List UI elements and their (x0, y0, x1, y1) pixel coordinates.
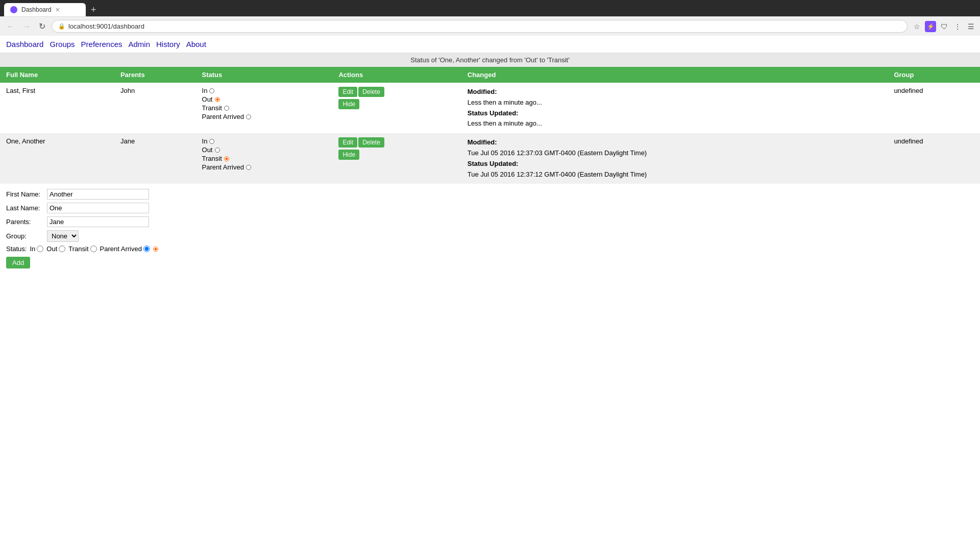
new-tab-button[interactable]: + (88, 5, 100, 15)
shield-icon[interactable]: 🛡 (939, 21, 949, 32)
hide-button-1[interactable]: Hide (338, 99, 359, 109)
status-in-label-2: In (202, 137, 208, 145)
status-out-2: Out (202, 146, 327, 154)
nav-groups[interactable]: Groups (50, 40, 75, 48)
browser-chrome: Dashboard × + (0, 0, 980, 16)
edit-button-2[interactable]: Edit (338, 137, 357, 148)
selected-status-indicator (153, 247, 158, 252)
cell-parents-1: John (114, 83, 196, 133)
last-name-input[interactable] (47, 203, 149, 213)
status-transit-option[interactable]: Transit (68, 245, 96, 253)
radio-parentarrived-1[interactable] (246, 114, 251, 119)
cell-status-1: In Out Transit Parent Arrived (196, 83, 333, 133)
status-in-option[interactable]: In (30, 245, 43, 253)
radio-in-form[interactable] (37, 246, 43, 252)
status-in-label-1: In (202, 87, 208, 94)
modified-time-2: Tue Jul 05 2016 12:37:03 GMT-0400 (Easte… (468, 149, 647, 157)
nav-dashboard[interactable]: Dashboard (6, 40, 43, 48)
status-in-form-label: In (30, 245, 35, 253)
radio-out-1[interactable] (215, 97, 220, 102)
radio-transit-form[interactable] (90, 246, 97, 252)
status-in-1: In (202, 87, 327, 94)
status-updated-label-1: Status Updated: (468, 109, 519, 117)
status-parentarrived-form-label: Parent Arrived (100, 245, 142, 253)
first-name-input[interactable] (47, 189, 149, 200)
nav-history[interactable]: History (156, 40, 180, 48)
parents-label: Parents: (6, 218, 47, 226)
modified-time-1: Less then a minute ago... (468, 99, 542, 106)
cell-changed-2: Modified: Tue Jul 05 2016 12:37:03 GMT-0… (461, 133, 888, 184)
nav-preferences[interactable]: Preferences (81, 40, 122, 48)
tab-title: Dashboard (21, 6, 52, 13)
hide-button-2[interactable]: Hide (338, 150, 359, 160)
status-form-label: Status: (6, 245, 27, 253)
address-bar[interactable]: 🔒 localhost:9001/dashboard (52, 20, 908, 33)
bookmark-icon[interactable]: ☆ (912, 21, 922, 32)
first-name-row: First Name: (6, 189, 974, 200)
cell-actions-1: EditDelete Hide (332, 83, 461, 133)
form-area: First Name: Last Name: Parents: Group: N… (0, 184, 980, 274)
cell-actions-2: EditDelete Hide (332, 133, 461, 184)
tab-bar: Dashboard × + (4, 3, 976, 16)
tab-close-button[interactable]: × (56, 6, 60, 13)
status-in-2: In (202, 137, 327, 145)
status-updated-label-2: Status Updated: (468, 160, 519, 167)
col-header-group: Group (888, 67, 980, 83)
col-header-parents: Parents (114, 67, 196, 83)
add-button[interactable]: Add (6, 257, 30, 268)
radio-transit-2[interactable] (224, 156, 229, 161)
cell-fullname-2: One, Another (0, 133, 114, 184)
page-content: Dashboard Groups Preferences Admin Histo… (0, 36, 980, 274)
back-button[interactable]: ← (4, 21, 16, 32)
first-name-label: First Name: (6, 190, 47, 198)
active-tab[interactable]: Dashboard × (4, 3, 86, 16)
site-nav: Dashboard Groups Preferences Admin Histo… (0, 36, 980, 53)
menu-button[interactable]: ☰ (966, 21, 976, 32)
forward-button[interactable]: → (20, 21, 33, 32)
radio-in-1[interactable] (209, 88, 214, 93)
status-row: Status: In Out Transit Parent Arrived (6, 245, 974, 253)
radio-parentarrived-2[interactable] (246, 165, 251, 170)
nav-about[interactable]: About (186, 40, 206, 48)
toolbar-right: ☆ ⚡ 🛡 ⋮ ☰ (912, 21, 976, 32)
status-parentarrived-label-1: Parent Arrived (202, 113, 244, 120)
status-transit-label-1: Transit (202, 104, 222, 112)
status-transit-label-2: Transit (202, 155, 222, 162)
extensions-button[interactable]: ⋮ (952, 21, 963, 32)
extensions-icon[interactable]: ⚡ (925, 21, 936, 32)
modified-label-2: Modified: (468, 138, 497, 146)
table-row: One, Another Jane In Out Transit (0, 133, 980, 184)
group-label: Group: (6, 232, 47, 240)
delete-button-2[interactable]: Delete (358, 137, 384, 148)
group-select[interactable]: None (47, 230, 79, 242)
radio-transit-1[interactable] (224, 106, 229, 111)
cell-status-2: In Out Transit Parent Arrived (196, 133, 333, 184)
delete-button-1[interactable]: Delete (358, 87, 384, 97)
status-updated-time-1: Less then a minute ago... (468, 119, 542, 127)
cell-fullname-1: Last, First (0, 83, 114, 133)
edit-button-1[interactable]: Edit (338, 87, 357, 97)
status-banner: Status of 'One, Another' changed from 'O… (0, 53, 980, 67)
parents-input[interactable] (47, 216, 149, 227)
last-name-row: Last Name: (6, 203, 974, 213)
radio-in-2[interactable] (209, 139, 214, 144)
modified-label-1: Modified: (468, 88, 497, 95)
parents-row: Parents: (6, 216, 974, 227)
status-parentarrived-1: Parent Arrived (202, 113, 327, 120)
radio-out-2[interactable] (215, 148, 220, 153)
status-parentarrived-option[interactable]: Parent Arrived (100, 245, 150, 253)
status-options-1: In Out Transit Parent Arrived (202, 87, 327, 120)
group-row: Group: None (6, 230, 974, 242)
status-banner-text: Status of 'One, Another' changed from 'O… (410, 56, 569, 64)
status-out-form-label: Out (46, 245, 57, 253)
refresh-button[interactable]: ↻ (37, 20, 47, 32)
radio-parentarrived-form[interactable] (143, 246, 150, 252)
status-updated-time-2: Tue Jul 05 2016 12:37:12 GMT-0400 (Easte… (468, 170, 647, 178)
radio-out-form[interactable] (59, 246, 65, 252)
cell-parents-2: Jane (114, 133, 196, 184)
status-parentarrived-2: Parent Arrived (202, 163, 327, 171)
status-out-option[interactable]: Out (46, 245, 65, 253)
status-out-1: Out (202, 95, 327, 103)
nav-admin[interactable]: Admin (128, 40, 150, 48)
cell-group-1: undefined (888, 83, 980, 133)
